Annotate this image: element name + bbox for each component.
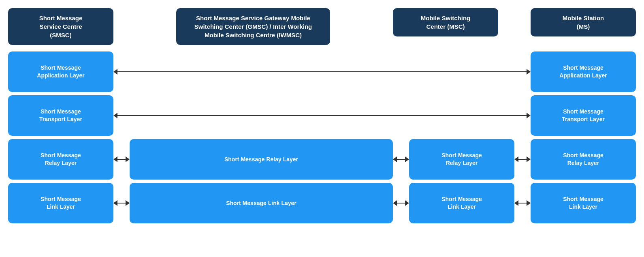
ms-transport-box: Short Message Transport Layer	[531, 95, 636, 136]
relay-arrowhead-right-1	[126, 156, 130, 162]
relay-arrowhead-left-3	[514, 156, 518, 162]
msc-link-label: Short Message Link Layer	[441, 195, 482, 211]
application-arrow	[113, 69, 531, 75]
link-arrow-smsc-gmsc	[113, 200, 130, 206]
smsc-application-box: Short Message Application Layer	[8, 51, 113, 92]
ms-link-box: Short Message Link Layer	[531, 183, 636, 223]
smsc-transport-label: Short Message Transport Layer	[39, 108, 82, 123]
relay-line-3	[518, 159, 527, 160]
link-arrowhead-left-2	[393, 200, 397, 206]
relay-arrow-smsc-gmsc	[113, 156, 130, 162]
msc-header: Mobile Switching Center (MSC)	[393, 8, 498, 36]
smsc-header: Short Message Service Centre (SMSC)	[8, 8, 113, 45]
relay-line-2	[397, 159, 405, 160]
link-layer-row: Short Message Link Layer Short Message L…	[8, 183, 636, 223]
smsc-application-label: Short Message Application Layer	[37, 64, 84, 79]
gmsc-link-label: Short Message Link Layer	[226, 199, 296, 207]
relay-arrowhead-right-2	[405, 156, 409, 162]
relay-layer-row: Short Message Relay Layer Short Message …	[8, 139, 636, 180]
ms-application-label: Short Message Application Layer	[559, 64, 607, 79]
application-layer-row: Short Message Application Layer Short Me…	[8, 51, 636, 92]
link-arrowhead-right-1	[126, 200, 130, 206]
ms-link-label: Short Message Link Layer	[563, 195, 603, 211]
gmsc-title: Short Message Service Gateway Mobile Swi…	[194, 15, 312, 39]
application-arrow-container	[113, 69, 531, 75]
arrow-line-application	[117, 71, 527, 72]
smsc-relay-box: Short Message Relay Layer	[8, 139, 113, 180]
diagram: Short Message Service Centre (SMSC) Shor…	[8, 8, 636, 223]
relay-arrowhead-right-3	[527, 156, 531, 162]
smsc-title: Short Message Service Centre (SMSC)	[39, 15, 83, 39]
smsc-link-label: Short Message Link Layer	[41, 195, 81, 211]
gmsc-relay-label: Short Message Relay Layer	[224, 156, 298, 163]
arrow-head-right-transport	[527, 113, 531, 118]
gmsc-relay-box: Short Message Relay Layer	[130, 139, 393, 180]
smsc-relay-label: Short Message Relay Layer	[41, 152, 81, 167]
layers-area: Short Message Application Layer Short Me…	[8, 50, 636, 223]
link-line-3	[518, 203, 527, 203]
smsc-transport-box: Short Message Transport Layer	[8, 95, 113, 136]
arrow-line-transport	[117, 115, 527, 116]
relay-arrowhead-left-2	[393, 156, 397, 162]
link-arrowhead-right-3	[527, 200, 531, 206]
msc-relay-label: Short Message Relay Layer	[441, 152, 482, 167]
ms-relay-label: Short Message Relay Layer	[563, 152, 603, 167]
arrow-head-right-application	[527, 69, 531, 75]
arrow-head-left-application	[113, 69, 117, 75]
relay-arrowhead-left-1	[113, 156, 117, 162]
link-line-2	[397, 203, 405, 203]
relay-arrow-gmsc-msc	[393, 156, 409, 162]
link-line-1	[117, 203, 126, 203]
link-arrowhead-left-3	[514, 200, 518, 206]
link-arrow-msc-ms	[514, 200, 531, 206]
link-arrow-gmsc-msc	[393, 200, 409, 206]
transport-arrow	[113, 113, 531, 118]
link-arrowhead-right-2	[405, 200, 409, 206]
ms-transport-label: Short Message Transport Layer	[562, 108, 605, 123]
transport-layer-row: Short Message Transport Layer Short Mess…	[8, 95, 636, 136]
gmsc-header: Short Message Service Gateway Mobile Swi…	[176, 8, 330, 45]
ms-header: Mobile Station (MS)	[531, 8, 636, 36]
ms-application-box: Short Message Application Layer	[531, 51, 636, 92]
relay-line-1	[117, 159, 126, 160]
transport-arrow-container	[113, 113, 531, 118]
relay-arrow-msc-ms	[514, 156, 531, 162]
link-arrowhead-left-1	[113, 200, 117, 206]
msc-title: Mobile Switching Center (MSC)	[421, 15, 471, 30]
gmsc-link-box: Short Message Link Layer	[130, 183, 393, 223]
arrow-head-left-transport	[113, 113, 117, 118]
header-row: Short Message Service Centre (SMSC) Shor…	[8, 8, 636, 45]
msc-relay-box: Short Message Relay Layer	[409, 139, 514, 180]
msc-link-box: Short Message Link Layer	[409, 183, 514, 223]
ms-relay-box: Short Message Relay Layer	[531, 139, 636, 180]
ms-title: Mobile Station (MS)	[563, 15, 604, 30]
smsc-link-box: Short Message Link Layer	[8, 183, 113, 223]
